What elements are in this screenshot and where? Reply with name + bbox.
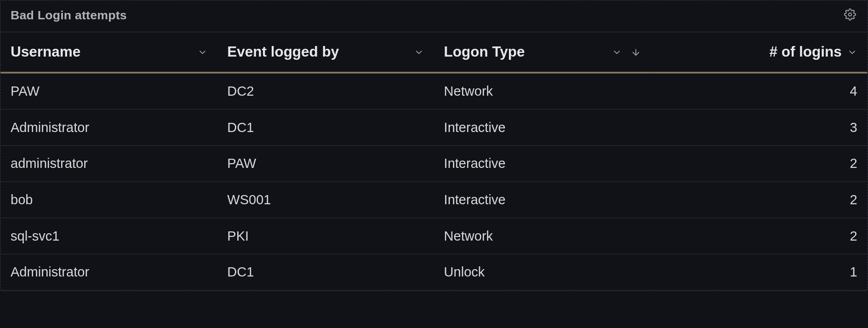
cell-count: 2 [651,182,867,218]
table-row[interactable]: Administrator DC1 Interactive 3 [0,109,867,146]
column-label: Username [11,43,80,61]
table-row[interactable]: administrator PAW Interactive 2 [0,145,867,182]
column-label: Event logged by [227,43,339,61]
cell-type: Interactive [434,182,651,218]
cell-username: Administrator [0,254,217,290]
column-header-logon-type[interactable]: Logon Type [444,43,641,61]
column-header-event-logged-by[interactable]: Event logged by [227,43,424,61]
column-header-username[interactable]: Username [11,43,207,61]
cell-logger: PKI [217,218,434,254]
cell-logger: DC2 [217,73,434,109]
cell-logger: DC1 [217,109,434,146]
table-row[interactable]: Administrator DC1 Unlock 1 [0,254,867,290]
panel-title: Bad Login attempts [11,8,127,23]
cell-type: Unlock [434,254,651,290]
chevron-down-icon [414,47,424,57]
cell-username: sql-svc1 [0,218,217,254]
svg-point-0 [849,13,852,16]
cell-count: 2 [651,218,867,254]
table-row[interactable]: sql-svc1 PKI Network 2 [0,218,867,254]
table-row[interactable]: PAW DC2 Network 4 [0,73,867,109]
column-label: # of logins [769,43,841,61]
cell-count: 3 [651,109,867,146]
cell-username: Administrator [0,109,217,146]
chevron-down-icon [611,47,622,57]
cell-type: Interactive [434,145,651,182]
cell-logger: PAW [217,145,434,182]
column-header-login-count[interactable]: # of logins [661,43,857,61]
chevron-down-icon [197,47,207,57]
column-label: Logon Type [444,43,525,61]
chevron-down-icon [847,47,857,57]
cell-type: Network [434,218,651,254]
panel-settings-button[interactable] [843,8,857,23]
cell-username: bob [0,182,217,218]
cell-logger: DC1 [217,254,434,290]
cell-count: 1 [651,254,867,290]
gear-icon [844,8,857,23]
table-row[interactable]: bob WS001 Interactive 2 [0,182,867,218]
cell-username: administrator [0,145,217,182]
panel-bad-login-attempts: Bad Login attempts Username [0,0,868,291]
panel-header: Bad Login attempts [0,0,867,32]
cell-logger: WS001 [217,182,434,218]
cell-count: 4 [651,73,867,109]
cell-username: PAW [0,73,217,109]
cell-type: Network [434,73,651,109]
cell-count: 2 [651,145,867,182]
sort-desc-icon [631,47,641,57]
cell-type: Interactive [434,109,651,146]
login-attempts-table: Username Event logged by [0,32,867,290]
